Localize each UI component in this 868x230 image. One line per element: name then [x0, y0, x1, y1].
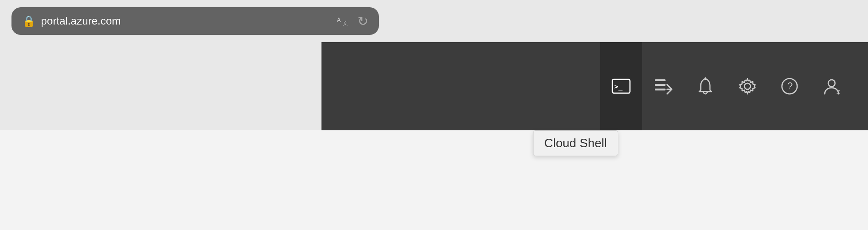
- cloud-shell-button[interactable]: >_: [600, 42, 642, 130]
- search-input[interactable]: [0, 72, 321, 101]
- notifications-button[interactable]: [684, 42, 726, 130]
- help-button[interactable]: ?: [768, 42, 811, 130]
- svg-text:?: ?: [787, 80, 793, 92]
- svg-rect-4: [655, 79, 666, 81]
- lock-icon: 🔒: [22, 15, 36, 28]
- header-actions: >_: [321, 42, 868, 130]
- svg-point-9: [744, 83, 751, 89]
- search-bar-area: [0, 42, 321, 130]
- portal-container: >_: [0, 42, 868, 230]
- svg-point-12: [828, 80, 835, 87]
- cloud-shell-tooltip: Cloud Shell: [533, 130, 618, 156]
- svg-text:A: A: [337, 17, 341, 23]
- browser-chrome: 🔒 portal.azure.com A 文 ↻: [0, 0, 868, 42]
- tooltip-text: Cloud Shell: [533, 130, 618, 156]
- portal-menu-button[interactable]: [642, 42, 684, 130]
- browser-action-buttons: A 文 ↻: [337, 13, 368, 29]
- account-button[interactable]: [811, 42, 853, 130]
- translate-button[interactable]: A 文: [337, 14, 351, 29]
- svg-text:文: 文: [343, 20, 348, 26]
- address-bar[interactable]: 🔒 portal.azure.com A 文 ↻: [11, 7, 379, 35]
- reload-button[interactable]: ↻: [357, 13, 368, 29]
- svg-text:>_: >_: [614, 82, 623, 90]
- svg-rect-5: [655, 84, 666, 86]
- settings-button[interactable]: [726, 42, 768, 130]
- url-text: portal.azure.com: [41, 15, 325, 27]
- content-area: [0, 130, 868, 230]
- svg-rect-6: [655, 89, 666, 90]
- portal-header: >_: [0, 42, 868, 130]
